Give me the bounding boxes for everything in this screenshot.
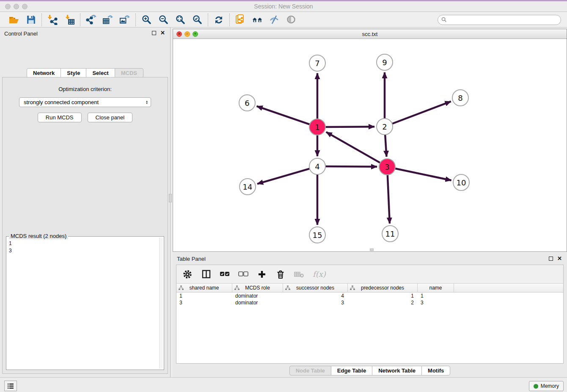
column-layout-icon[interactable] [201,269,211,279]
application-window: Session: New Session [0,0,567,392]
clone-network-icon[interactable] [235,14,246,25]
search-icon [441,17,447,22]
network-canvas[interactable]: 7968124314101511 [173,39,567,251]
table-toolbar: f(x) [176,265,563,284]
tab-edge-table[interactable]: Edge Table [331,366,372,375]
import-table-icon[interactable] [64,14,75,25]
column-header-successor-nodes[interactable]: successor nodes [283,284,348,292]
run-mcds-button[interactable]: Run MCDS [38,113,82,122]
search-input[interactable] [449,17,557,23]
export-network-icon[interactable] [85,14,96,25]
task-history-button[interactable] [4,381,17,391]
graph-node-11[interactable]: 11 [382,225,399,242]
graph-edge-4-3[interactable] [325,166,377,167]
zoom-fit-icon[interactable] [175,14,186,25]
tab-network-table[interactable]: Network Table [372,366,422,375]
network-view-window: ✕ − + scc.txt 7968124314101511 [173,29,567,252]
result-line: 3 [7,247,159,254]
graph-node-9[interactable]: 9 [376,54,393,71]
memory-button-label: Memory [541,383,559,389]
save-session-icon[interactable] [25,14,36,25]
graph-node-4[interactable]: 4 [309,158,326,175]
tab-mcds[interactable]: MCDS [115,68,143,78]
optimization-criterion-select[interactable]: strongly connected component ▲▼ [19,97,151,107]
control-panel-float-icon[interactable] [152,31,156,35]
hide-selected-icon[interactable] [269,14,280,25]
mcds-result-list: 13 [7,240,159,369]
status-bar: Memory [0,377,567,392]
table-cell: 4 [283,293,348,299]
memory-status-dot [534,384,538,389]
open-session-icon[interactable] [8,14,19,25]
zoom-out-icon[interactable] [158,14,169,25]
select-all-icon[interactable] [220,269,230,279]
result-line: 1 [7,240,159,247]
panel-splitter-handle[interactable] [169,194,172,202]
delete-column-trash-icon[interactable] [275,269,286,279]
control-panel-close-icon[interactable]: ✕ [160,30,165,36]
result-scrollbar[interactable] [159,237,163,369]
graph-node-8[interactable]: 8 [452,89,469,106]
export-table-icon[interactable] [102,14,113,25]
table-cell: dominator [232,299,283,306]
graph-edge-3-11[interactable] [388,175,390,224]
add-column-icon[interactable] [257,269,267,279]
list-icon [7,383,14,389]
network-title: scc.txt [173,31,567,37]
tab-style[interactable]: Style [61,68,86,78]
graph-node-14[interactable]: 14 [239,178,256,195]
column-header-label: predecessor nodes [361,285,404,291]
import-network-icon[interactable] [47,14,58,25]
table-row[interactable]: 3dominator323 [176,299,563,306]
graph-node-1[interactable]: 1 [309,119,326,135]
graph-node-7[interactable]: 7 [309,55,326,72]
export-image-icon[interactable] [119,14,130,25]
search-box[interactable] [438,15,561,25]
table-panel-close-icon[interactable]: ✕ [557,255,562,262]
table-panel: Table Panel ✕ f(x) [173,253,567,377]
first-neighbors-icon[interactable] [252,14,263,25]
column-header-MCDS-role[interactable]: MCDS role [232,284,283,292]
table-row[interactable]: 1dominator411 [176,293,563,299]
tab-motifs[interactable]: Motifs [421,366,450,375]
table-cell: 2 [348,299,418,306]
graph-edge-1-6[interactable] [257,106,310,124]
tab-network[interactable]: Network [27,68,61,78]
graph-edge-2-8[interactable] [392,102,451,124]
table-cell: 1 [418,293,454,299]
graph-node-10[interactable]: 10 [453,174,470,191]
table-settings-gear-icon[interactable] [182,269,193,279]
deselect-all-icon[interactable] [238,269,248,279]
graph-edge-4-14[interactable] [257,168,310,184]
graph-node-15[interactable]: 15 [309,226,326,243]
graph-edge-2-3[interactable] [385,135,386,157]
graph-edge-1-2[interactable] [325,127,374,127]
table-cell: 1 [348,293,418,299]
column-header-label: name [429,285,442,291]
column-header-name[interactable]: name [418,284,454,292]
network-splitter-handle[interactable] [370,248,374,251]
memory-button[interactable]: Memory [529,381,564,391]
table-cell: dominator [232,293,283,299]
table-tabs: Node TableEdge TableNetwork TableMotifs [173,366,567,375]
graph-node-2[interactable]: 2 [376,118,393,135]
graph-edge-3-10[interactable] [395,168,451,180]
zoom-in-icon[interactable] [141,14,152,25]
close-panel-button[interactable]: Close panel [88,113,133,122]
mcds-result-title: MCDS result (2 nodes) [9,233,68,239]
column-header-shared-name[interactable]: shared name [176,284,232,292]
tab-node-table[interactable]: Node Table [289,366,331,375]
zoom-selected-icon[interactable] [192,14,203,25]
graph-edges [173,39,567,251]
table-cell: 3 [176,299,232,306]
column-header-predecessor-nodes[interactable]: predecessor nodes [348,284,418,292]
column-tree-icon [234,285,239,290]
apply-layout-icon[interactable] [213,14,224,25]
graph-edge-3-1[interactable] [326,132,380,163]
graph-node-6[interactable]: 6 [239,94,256,111]
column-header-label: successor nodes [296,285,334,291]
graph-node-3[interactable]: 3 [379,158,396,175]
show-all-icon[interactable] [286,14,297,25]
table-panel-float-icon[interactable] [549,257,553,261]
tab-select[interactable]: Select [86,68,115,78]
